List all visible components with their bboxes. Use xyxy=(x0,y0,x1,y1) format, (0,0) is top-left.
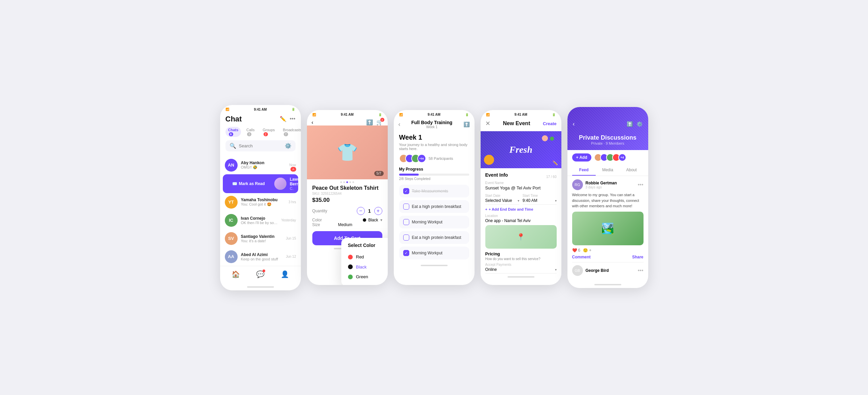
more-options-icon-2[interactable]: ••• xyxy=(638,267,644,273)
color-option-green[interactable]: Green xyxy=(348,272,388,282)
chevron-down-icon: ▾ xyxy=(555,199,557,202)
reactions-row: ❤️ 6 🙂 + xyxy=(572,248,644,253)
back-icon[interactable]: ‹ xyxy=(573,121,575,128)
filter-icon[interactable]: ⚙️ xyxy=(285,143,291,149)
back-icon[interactable]: ‹ xyxy=(399,121,401,128)
second-poster-info: George Bird xyxy=(586,268,609,273)
accept-payments-select[interactable]: Online ▾ xyxy=(485,267,557,273)
qty-increase-button[interactable]: + xyxy=(374,207,382,215)
list-item[interactable]: Eat a high protein breakfast xyxy=(399,231,469,244)
edit-icon[interactable]: ✏️ xyxy=(280,116,286,122)
dot-2 xyxy=(343,182,345,183)
week-desc: Your journey to a healthy and strong bod… xyxy=(399,143,469,151)
list-item[interactable]: AA Abed Al Azimi Keep on the good stuff … xyxy=(220,248,301,266)
tab-chats[interactable]: Chats 6 xyxy=(225,127,241,137)
home-indicator xyxy=(247,286,274,288)
list-item[interactable]: IC Ivan Cornejo OK then I'll be by some … xyxy=(220,211,301,229)
qty-decrease-button[interactable]: − xyxy=(357,207,365,215)
comment-button[interactable]: Comment xyxy=(572,255,591,259)
post-text: Welcome to my group. You can start a dis… xyxy=(572,192,644,209)
tab-media[interactable]: Media xyxy=(596,165,620,176)
more-options-icon[interactable]: ••• xyxy=(638,182,644,188)
emoji-reaction[interactable]: 🙂 + xyxy=(583,248,591,253)
size-label: Size xyxy=(312,222,320,227)
char-count: 17 / 60 xyxy=(546,175,557,179)
start-date-col: Start Date Selected Value ▾ xyxy=(485,194,519,204)
home-indicator xyxy=(421,265,447,266)
tab-about[interactable]: About xyxy=(620,165,644,176)
cart-icon[interactable]: 🛒2 xyxy=(376,119,383,126)
check-icon: ✉️ xyxy=(232,182,237,186)
contact-name: Santiago Valentin xyxy=(241,234,283,239)
more-icon[interactable]: ••• xyxy=(290,116,296,122)
list-item-highlighted[interactable]: ✉️ Mark as Read Lawrence Berry C...le wh… xyxy=(223,174,298,193)
pd-title: Private Discussions xyxy=(573,134,643,141)
list-item[interactable]: SV Santiago Valentin You: it's a date! J… xyxy=(220,229,301,248)
avatar: AN xyxy=(225,159,238,172)
start-time-select[interactable]: 9:40 AM ▾ xyxy=(523,198,557,204)
share-icon[interactable]: ⬆️ xyxy=(366,119,373,126)
color-option-black[interactable]: Black ✓ xyxy=(348,262,388,272)
like-reaction[interactable]: ❤️ 6 xyxy=(572,248,581,253)
tab-groups[interactable]: Groups 2 xyxy=(260,127,278,137)
list-item[interactable]: AN Aby Hankon OMG!! 🤣 Now A xyxy=(220,156,301,174)
pd-add-button[interactable]: + Add xyxy=(572,154,591,162)
task-checkbox xyxy=(403,219,409,225)
profile-nav-item[interactable]: 👤 xyxy=(281,270,289,278)
color-option-red[interactable]: Red xyxy=(348,252,388,262)
start-time-label: Start Time xyxy=(523,194,557,197)
search-bar[interactable]: 🔍 ⚙️ xyxy=(225,140,296,152)
list-item[interactable]: Eat a high protein breakfast xyxy=(399,200,469,213)
chat-nav-item[interactable]: 💬 xyxy=(256,270,265,278)
color-display[interactable]: Black ▾ xyxy=(363,218,382,222)
event-info-header: Event Info 17 / 60 xyxy=(485,172,557,181)
mark-as-read-button[interactable]: ✉️ Mark as Read xyxy=(227,179,270,189)
contact-time: 3 hrs xyxy=(288,200,296,204)
contact-msg: You: it's a date! xyxy=(241,239,283,243)
contact-msg: OK then I'll be by some ti... xyxy=(241,221,278,225)
task-label: Eat a high protein breakfast xyxy=(412,204,461,209)
list-item[interactable]: ✓ Take Measurements xyxy=(399,185,469,197)
progress-bar-bg xyxy=(399,174,469,176)
contact-name: Aby Hankon xyxy=(241,161,286,165)
color-dot-black-option xyxy=(348,264,353,269)
back-icon[interactable]: ‹ xyxy=(312,120,313,126)
list-item[interactable]: YT Yamaha Toshinobu You: Cool got it 🤩 3… xyxy=(220,193,301,211)
status-bar-2: 📶 9:41 AM 🔋 xyxy=(307,110,388,118)
share-icon[interactable]: ⬆️ xyxy=(463,122,470,128)
close-icon[interactable]: ✕ xyxy=(485,120,490,127)
tab-broadcasts[interactable]: Broadcasts 7 xyxy=(280,127,301,137)
tab-calls[interactable]: Calls 3 xyxy=(244,127,257,137)
share-icon[interactable]: ⬆️ xyxy=(627,121,633,127)
event-name-value[interactable]: Sunset Yoga @ Tel Aviv Port xyxy=(485,186,557,191)
status-bar-3: 📶 9:41 AM 🔋 xyxy=(394,110,474,118)
participants-count: 58 Participants xyxy=(429,157,453,161)
check-icon: ✓ xyxy=(405,251,408,255)
poster-avatar: RG xyxy=(572,179,583,190)
task-label: Eat a high protein breakfast xyxy=(412,235,461,240)
map-placeholder: 📍 xyxy=(485,225,557,249)
home-indicator xyxy=(507,276,534,277)
home-nav-item[interactable]: 🏠 xyxy=(231,270,240,278)
contact-msg: OMG!! 🤣 xyxy=(241,165,286,170)
share-button[interactable]: Share xyxy=(632,255,643,259)
edit-icon[interactable]: ✏️ xyxy=(552,160,558,166)
phone-chat: 📶 9:41 AM 🔋 Chat ✏️ ••• Chats 6 Calls 3 … xyxy=(220,105,301,290)
phone-private-discussions: ‹ ⬆️ ⚙️ Private Discussions Private · 9 … xyxy=(567,107,648,288)
pd-feed: RG Robbie Gertman 3 days ago ••• Welcome… xyxy=(567,176,648,281)
event-info-title: Event Info xyxy=(485,172,508,178)
list-item[interactable]: Morning Workput xyxy=(399,216,469,228)
post-image-placeholder: 🏞️ xyxy=(601,222,614,234)
create-button[interactable]: Create xyxy=(543,121,556,126)
list-item[interactable]: ✓ Morning Workput xyxy=(399,246,469,259)
search-input[interactable] xyxy=(239,143,282,149)
image-badge: 5/7 xyxy=(374,171,384,176)
product-nav: ‹ ⬆️ 🛒2 xyxy=(307,118,388,126)
color-label-red: Red xyxy=(356,254,364,259)
event-banner-text: Fresh xyxy=(509,144,532,155)
start-date-select[interactable]: Selected Value ▾ xyxy=(485,198,519,204)
add-end-date-button[interactable]: + + Add End Date and Time xyxy=(485,207,557,211)
tab-feed[interactable]: Feed xyxy=(572,165,596,176)
settings-icon[interactable]: ⚙️ xyxy=(637,121,643,127)
unread-badge: A xyxy=(290,167,296,172)
